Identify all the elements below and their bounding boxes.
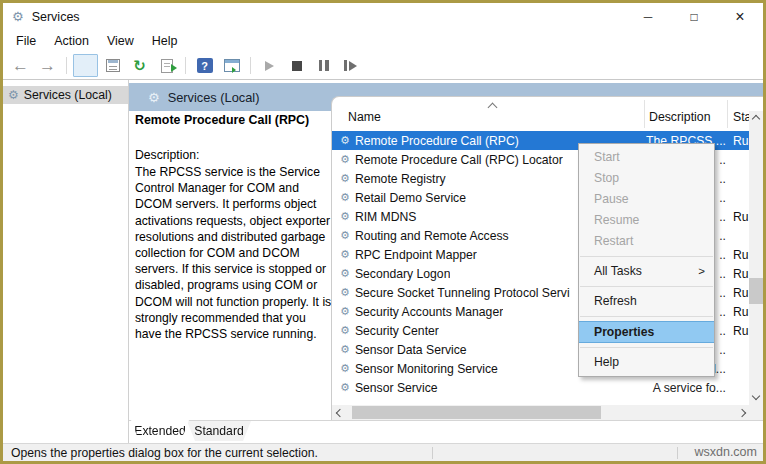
menu-help[interactable]: Help (143, 34, 187, 48)
column-divider[interactable] (644, 100, 645, 128)
stop-service-button[interactable] (284, 54, 309, 77)
help-button[interactable]: ? (192, 54, 217, 77)
service-status-cell: Ru (733, 134, 749, 148)
status-text: Opens the properties dialog box for the … (11, 446, 318, 460)
refresh-button[interactable]: ↻ (127, 54, 152, 77)
column-divider[interactable] (727, 100, 728, 128)
toolbar-separator (185, 57, 186, 74)
context-menu-item-help[interactable]: Help (579, 352, 714, 373)
service-row-sensor-service[interactable]: ⚙Sensor ServiceA service fo... (332, 378, 749, 397)
forward-button[interactable]: → (35, 54, 60, 77)
service-gear-icon: ⚙ (340, 211, 350, 222)
statusbar-divider (677, 447, 678, 459)
service-name: Sensor Data Service (355, 343, 467, 357)
service-gear-icon: ⚙ (340, 344, 350, 355)
context-menu-item-stop: Stop (579, 168, 714, 189)
window-controls: ─ □ × (625, 3, 763, 30)
menu-file[interactable]: File (7, 34, 45, 48)
selected-service-title: Remote Procedure Call (RPC) (135, 113, 309, 127)
scroll-left-button[interactable] (332, 405, 347, 420)
service-name: Security Accounts Manager (355, 305, 503, 319)
tree-item-services-local[interactable]: ⚙Services (Local) (3, 86, 128, 104)
menu-separator (580, 286, 713, 287)
scroll-up-button[interactable] (749, 111, 763, 126)
maximize-button[interactable]: □ (671, 3, 717, 30)
titlebar: ⚙ Services ─ □ × (3, 3, 763, 30)
service-status-cell: Ru (733, 248, 749, 262)
start-service-button[interactable] (257, 54, 282, 77)
view-tabs: ExtendedStandard (129, 420, 763, 443)
show-console-tree-button[interactable] (73, 54, 98, 77)
statusbar-divider (432, 447, 433, 459)
show-action-pane-button[interactable] (219, 54, 244, 77)
horizontal-scroll-thumb[interactable] (352, 406, 601, 419)
action-pane-icon (224, 59, 240, 72)
service-status-cell: Ru (733, 305, 749, 319)
scroll-down-button[interactable] (749, 390, 763, 405)
service-gear-icon: ⚙ (340, 135, 350, 146)
chevron-down-icon (752, 392, 760, 400)
statusbar: Opens the properties dialog box for the … (3, 443, 763, 461)
restart-service-button[interactable] (338, 54, 363, 77)
stop-icon (292, 61, 302, 71)
column-header-name[interactable]: Name (348, 110, 381, 124)
export-list-icon (161, 59, 173, 73)
properties-icon (106, 59, 120, 72)
scrollbar-corner (749, 405, 763, 420)
tab-extended[interactable]: Extended (131, 420, 189, 441)
description-label: Description: (135, 148, 199, 162)
submenu-arrow-icon: > (698, 261, 705, 282)
refresh-icon: ↻ (133, 58, 146, 73)
back-arrow-icon: ← (12, 57, 29, 74)
vertical-scrollbar[interactable] (749, 111, 763, 405)
pause-icon (319, 60, 329, 71)
pause-service-button[interactable] (311, 54, 336, 77)
context-menu-item-properties[interactable]: Properties (579, 321, 714, 343)
services-header-label: Services (Local) (168, 90, 260, 105)
menu-view[interactable]: View (98, 34, 143, 48)
context-menu-item-restart: Restart (579, 231, 714, 252)
close-button[interactable]: × (717, 3, 763, 30)
console-tree-panel: ⚙Services (Local) (3, 80, 129, 443)
service-name: Remote Registry (355, 172, 446, 186)
context-menu-item-resume: Resume (579, 210, 714, 231)
watermark-text: wsxdn.com (694, 445, 757, 459)
sort-ascending-icon (488, 103, 498, 113)
toolbar-separator (250, 57, 251, 74)
export-list-button[interactable] (154, 54, 179, 77)
tree-item-label: Services (Local) (24, 88, 112, 102)
service-gear-icon: ⚙ (340, 154, 350, 165)
minimize-button[interactable]: ─ (625, 3, 671, 30)
menu-action[interactable]: Action (45, 34, 98, 48)
service-status-cell: Ru (733, 267, 749, 281)
service-gear-icon: ⚙ (340, 382, 350, 393)
service-gear-icon: ⚙ (340, 192, 350, 203)
service-name: Retail Demo Service (355, 191, 466, 205)
horizontal-scrollbar[interactable] (332, 405, 749, 420)
service-name: Remote Procedure Call (RPC) (355, 134, 519, 148)
menu-separator (580, 256, 713, 257)
service-status-cell: Ru (733, 324, 749, 338)
column-header-description[interactable]: Description (649, 110, 711, 124)
menu-separator (580, 347, 713, 348)
context-menu-item-refresh[interactable]: Refresh (579, 291, 714, 312)
chevron-right-icon (737, 408, 745, 416)
services-node-icon: ⚙ (148, 91, 160, 104)
service-gear-icon: ⚙ (340, 230, 350, 241)
service-description-text: The RPCSS service is the Service Control… (135, 164, 335, 342)
properties-button[interactable] (100, 54, 125, 77)
service-gear-icon: ⚙ (340, 173, 350, 184)
tab-standard[interactable]: Standard (187, 421, 251, 441)
chevron-left-icon (335, 408, 343, 416)
menubar: FileActionViewHelp (3, 30, 763, 52)
scroll-right-button[interactable] (734, 405, 749, 420)
service-status-cell: Ru (733, 286, 749, 300)
service-name: Security Center (355, 324, 439, 338)
context-menu-item-all-tasks[interactable]: All Tasks> (579, 261, 714, 282)
action-pane-play-icon (232, 67, 236, 73)
vertical-scroll-thumb[interactable] (749, 278, 763, 304)
services-node-icon: ⚙ (8, 89, 19, 101)
service-gear-icon: ⚙ (340, 363, 350, 374)
service-gear-icon: ⚙ (340, 268, 350, 279)
back-button[interactable]: ← (8, 54, 33, 77)
